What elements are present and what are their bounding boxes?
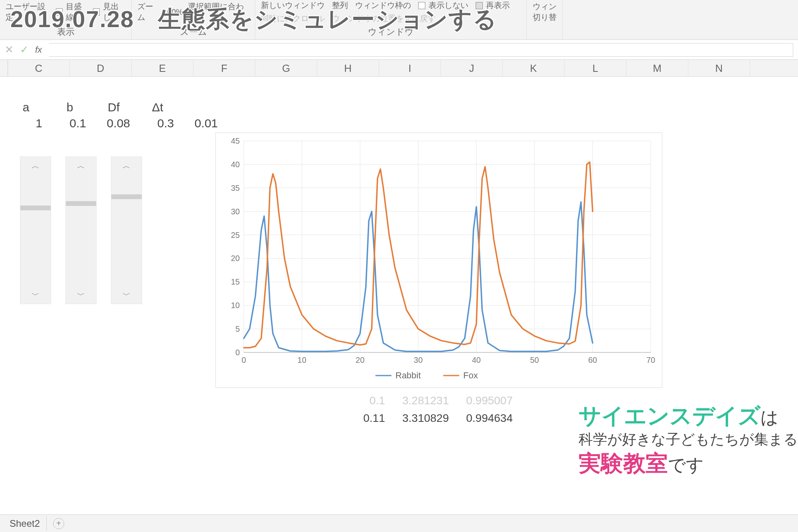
vertical-slider[interactable]: ︿ ﹀ — [111, 156, 142, 304]
promo-suffix: は — [760, 407, 778, 427]
svg-text:10: 10 — [298, 356, 306, 364]
column-header[interactable]: L — [565, 60, 626, 76]
param-values-row: 10.10.080.30.01 — [4, 117, 223, 130]
slider-track[interactable] — [66, 174, 96, 286]
data-cell[interactable]: 3.281231 — [393, 392, 449, 409]
svg-text:5: 5 — [235, 324, 240, 333]
column-headers: CDEFGHIJKLMN — [0, 60, 798, 77]
plus-icon: + — [56, 519, 61, 528]
column-header[interactable]: M — [626, 60, 688, 76]
column-header[interactable]: H — [317, 60, 379, 76]
svg-text:Rabbit: Rabbit — [395, 370, 421, 380]
fx-label[interactable]: fx — [35, 45, 42, 55]
switch-windows-button[interactable]: ウィン 切り替 — [533, 1, 557, 23]
svg-text:10: 10 — [231, 301, 240, 310]
slider-thumb[interactable] — [66, 201, 96, 206]
column-header[interactable]: J — [441, 60, 503, 76]
column-header[interactable]: C — [8, 60, 70, 76]
param-header-cell: Df — [92, 101, 136, 114]
chevron-up-icon[interactable]: ︿ — [66, 157, 96, 174]
chevron-down-icon[interactable]: ﹀ — [66, 286, 96, 304]
data-row: 0.13.2812310.995007 — [329, 392, 513, 409]
param-value-cell[interactable]: 0.01 — [180, 117, 223, 130]
param-header-cell: Δt — [136, 101, 180, 114]
chart-svg: 051015202530354045010203040506070RabbitF… — [216, 133, 663, 388]
data-cell[interactable]: 0.1 — [329, 392, 385, 409]
svg-text:30: 30 — [414, 356, 423, 364]
svg-text:30: 30 — [231, 207, 240, 216]
svg-text:20: 20 — [356, 356, 364, 364]
svg-text:0: 0 — [241, 356, 246, 364]
svg-text:40: 40 — [231, 160, 240, 169]
param-header-cell: a — [4, 101, 48, 114]
promo-brand: サイエンスデイズ — [579, 403, 760, 428]
worksheet[interactable]: abDfΔt 10.10.080.30.01 ︿ ﹀ ︿ ﹀ ︿ ﹀ 05101… — [0, 77, 798, 496]
sheet-tabs: Sheet2 + — [0, 514, 798, 532]
svg-text:15: 15 — [231, 277, 240, 286]
formula-input[interactable] — [49, 43, 793, 57]
chevron-down-icon[interactable]: ﹀ — [111, 286, 142, 304]
vertical-slider[interactable]: ︿ ﹀ — [20, 156, 51, 304]
sliders-area: ︿ ﹀ ︿ ﹀ ︿ ﹀ — [20, 156, 142, 304]
column-header[interactable]: N — [688, 60, 750, 76]
confirm-icon[interactable]: ✓ — [20, 44, 29, 56]
slider-thumb[interactable] — [20, 206, 51, 210]
param-value-cell[interactable]: 0.1 — [48, 117, 92, 130]
svg-text:70: 70 — [646, 356, 655, 364]
column-header[interactable]: F — [194, 60, 255, 76]
promo-suffix2: です — [668, 455, 704, 475]
page-title-overlay: 2019.07.28 生態系をシミュレーションする — [10, 4, 497, 35]
column-header[interactable]: E — [132, 60, 194, 76]
data-cell[interactable]: 0.994634 — [457, 409, 513, 427]
data-cell[interactable]: 3.310829 — [393, 409, 449, 427]
formula-bar: ✕ ✓ fx — [0, 40, 798, 60]
param-header-cell — [180, 101, 223, 114]
svg-text:0: 0 — [235, 348, 240, 357]
chevron-up-icon[interactable]: ︿ — [20, 157, 51, 174]
add-sheet-button[interactable]: + — [53, 518, 64, 529]
slider-track[interactable] — [20, 174, 51, 286]
promo-line2: 科学が好きな子どもたちが集まる — [579, 431, 798, 447]
column-header[interactable]: I — [379, 60, 441, 76]
param-value-cell[interactable]: 0.08 — [92, 117, 136, 130]
svg-text:50: 50 — [530, 356, 539, 364]
corner-cell[interactable] — [0, 60, 8, 76]
promo-text: サイエンスデイズは 科学が好きな子どもたちが集まる 実験教室です — [579, 401, 798, 478]
slider-thumb[interactable] — [111, 194, 142, 199]
slider-track[interactable] — [111, 174, 142, 286]
param-value-cell[interactable]: 0.3 — [136, 117, 180, 130]
svg-text:60: 60 — [588, 356, 597, 364]
chart[interactable]: 051015202530354045010203040506070RabbitF… — [215, 133, 662, 388]
data-cell[interactable]: 0.995007 — [457, 392, 513, 409]
cancel-icon[interactable]: ✕ — [5, 44, 14, 56]
param-headers-row: abDfΔt — [4, 101, 223, 114]
svg-text:Fox: Fox — [463, 370, 478, 380]
param-header-cell: b — [48, 101, 92, 114]
param-value-cell[interactable]: 1 — [4, 117, 48, 130]
chevron-down-icon[interactable]: ﹀ — [20, 286, 51, 304]
promo-highlight: 実験教室 — [579, 451, 668, 476]
svg-text:25: 25 — [231, 231, 240, 239]
data-cells: 0.13.2812310.9950070.113.3108290.994634 — [329, 392, 513, 427]
chevron-up-icon[interactable]: ︿ — [111, 157, 142, 174]
svg-text:20: 20 — [231, 254, 240, 263]
svg-text:45: 45 — [231, 136, 240, 145]
tab-sheet2[interactable]: Sheet2 — [3, 516, 47, 531]
svg-text:35: 35 — [231, 184, 240, 192]
column-header[interactable]: K — [503, 60, 565, 76]
svg-text:40: 40 — [472, 356, 481, 364]
column-header[interactable]: D — [70, 60, 132, 76]
vertical-slider[interactable]: ︿ ﹀ — [65, 156, 97, 304]
column-header[interactable]: G — [255, 60, 317, 76]
data-row: 0.113.3108290.994634 — [329, 409, 513, 427]
data-cell[interactable]: 0.11 — [329, 409, 385, 427]
